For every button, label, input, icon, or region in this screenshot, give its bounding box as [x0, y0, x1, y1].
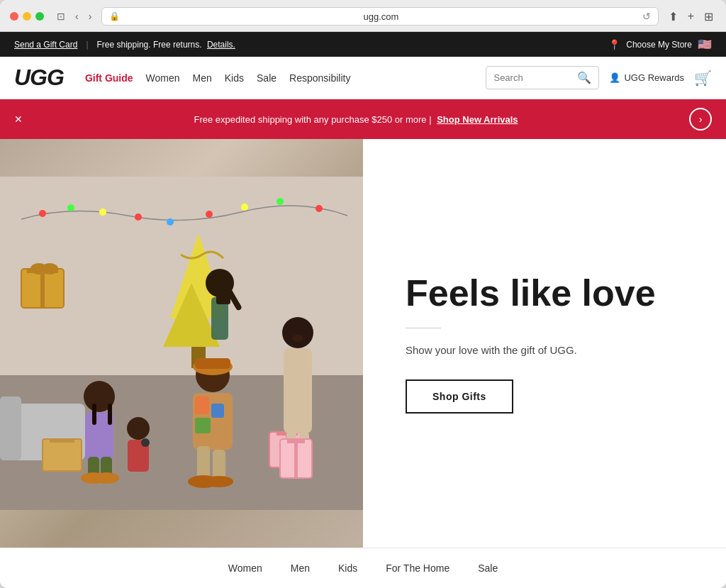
svg-rect-19 — [92, 404, 96, 425]
nav-kids[interactable]: Kids — [225, 70, 244, 87]
footer-nav-for-the-home[interactable]: For The Home — [386, 562, 449, 574]
footer-nav-sale[interactable]: Sale — [478, 562, 498, 574]
svg-point-24 — [94, 472, 119, 484]
svg-point-44 — [39, 210, 46, 217]
main-navigation: UGG Gift Guide Women Men Kids Sale Respo… — [0, 57, 726, 99]
svg-point-40 — [292, 335, 303, 342]
svg-point-36 — [282, 317, 313, 348]
shop-gifts-button[interactable]: Shop Gifts — [406, 379, 513, 414]
top-bar-left: Send a Gift Card | Free shipping. Free r… — [14, 40, 235, 50]
promo-close-button[interactable]: ✕ — [14, 113, 23, 125]
svg-rect-37 — [284, 348, 312, 433]
location-pin-icon: 📍 — [608, 39, 620, 50]
browser-actions: ⬆ + ⊞ — [666, 9, 716, 25]
svg-point-51 — [277, 198, 284, 205]
svg-point-46 — [99, 209, 106, 216]
traffic-lights — [10, 12, 44, 21]
svg-point-49 — [206, 211, 213, 218]
hero-title: Feels like love — [406, 273, 656, 314]
grid-button[interactable]: ⊞ — [701, 9, 716, 25]
promo-text: Free expedited shipping with any purchas… — [23, 114, 689, 125]
hero-scene-svg — [0, 139, 363, 548]
site-wrapper: Send a Gift Card | Free shipping. Free r… — [0, 32, 726, 588]
rewards-link[interactable]: 👤 UGG Rewards — [609, 72, 684, 83]
nav-men[interactable]: Men — [193, 70, 212, 87]
minimize-button[interactable] — [23, 12, 31, 21]
nav-responsibility[interactable]: Responsibility — [289, 70, 350, 87]
svg-point-52 — [315, 205, 323, 212]
nav-right: 🔍 👤 UGG Rewards 🛒 — [486, 66, 712, 89]
window-controls: ⊡ ‹ › — [54, 9, 94, 23]
svg-rect-11 — [43, 439, 82, 471]
footer-nav-men[interactable]: Men — [291, 562, 310, 574]
svg-rect-60 — [294, 439, 298, 478]
hero-divider — [406, 328, 441, 328]
cart-icon[interactable]: 🛒 — [694, 70, 712, 87]
svg-rect-29 — [195, 396, 209, 414]
footer-navigation: Women Men Kids For The Home Sale — [0, 548, 726, 588]
refresh-button[interactable]: ↺ — [642, 11, 651, 22]
maximize-button[interactable] — [35, 12, 44, 21]
new-tab-button[interactable]: + — [685, 9, 697, 24]
svg-rect-20 — [108, 404, 112, 425]
svg-rect-15 — [216, 294, 230, 304]
browser-titlebar: ⊡ ‹ › 🔒 ugg.com ↺ ⬆ + ⊞ — [10, 7, 716, 26]
nav-back-button[interactable]: ‹ — [72, 9, 82, 23]
svg-rect-30 — [211, 404, 224, 418]
footer-nav-women[interactable]: Women — [228, 562, 262, 574]
search-icon[interactable]: 🔍 — [577, 71, 591, 84]
address-bar-row: 🔒 ugg.com ↺ — [101, 7, 658, 26]
sidebar-toggle-button[interactable]: ⊡ — [54, 9, 68, 23]
svg-point-41 — [127, 417, 150, 440]
send-gift-link[interactable]: Send a Gift Card — [14, 40, 77, 50]
svg-point-50 — [241, 204, 248, 211]
svg-point-48 — [167, 218, 174, 226]
url-display: ugg.com — [124, 11, 637, 22]
close-button[interactable] — [10, 12, 18, 21]
browser-chrome: ⊡ ‹ › 🔒 ugg.com ↺ ⬆ + ⊞ — [0, 0, 726, 32]
search-input[interactable] — [493, 72, 573, 83]
hero-image-placeholder — [0, 139, 363, 548]
choose-store-link[interactable]: Choose My Store — [626, 40, 692, 50]
svg-point-35 — [205, 476, 233, 487]
browser-window: ⊡ ‹ › 🔒 ugg.com ↺ ⬆ + ⊞ Send a Gift — [0, 0, 726, 588]
share-button[interactable]: ⬆ — [666, 9, 681, 25]
svg-rect-55 — [40, 269, 45, 308]
svg-rect-12 — [50, 439, 74, 443]
promo-banner: ✕ Free expedited shipping with any purch… — [0, 99, 726, 139]
ugg-logo[interactable]: UGG — [14, 65, 64, 91]
nav-women[interactable]: Women — [146, 70, 180, 87]
details-link[interactable]: Details. — [207, 40, 235, 50]
shop-new-arrivals-link[interactable]: Shop New Arrivals — [437, 114, 518, 125]
top-bar-divider: | — [86, 40, 88, 50]
svg-rect-31 — [195, 418, 211, 433]
rewards-label: UGG Rewards — [624, 72, 684, 83]
svg-point-47 — [135, 213, 142, 221]
svg-point-57 — [41, 263, 58, 274]
hero-content: Feels like love Show your love with the … — [363, 139, 726, 548]
nav-links: Gift Guide Women Men Kids Sale Responsib… — [85, 70, 472, 87]
svg-rect-4 — [0, 396, 21, 460]
nav-gift-guide[interactable]: Gift Guide — [85, 70, 133, 87]
hero-section: Feels like love Show your love with the … — [0, 139, 726, 548]
top-bar-right: 📍 Choose My Store 🇺🇸 — [608, 38, 712, 51]
shipping-text: Free shipping. Free returns. Details. — [97, 40, 235, 50]
svg-point-43 — [141, 438, 150, 447]
promo-next-button[interactable]: › — [689, 108, 712, 131]
svg-rect-27 — [195, 358, 230, 369]
country-flag-icon[interactable]: 🇺🇸 — [698, 38, 712, 51]
address-bar[interactable]: 🔒 ugg.com ↺ — [101, 7, 658, 26]
svg-point-45 — [67, 204, 74, 211]
search-box[interactable]: 🔍 — [486, 66, 599, 89]
nav-sale[interactable]: Sale — [257, 70, 277, 87]
hero-subtitle: Show your love with the gift of UGG. — [406, 343, 577, 359]
lock-icon: 🔒 — [109, 11, 120, 21]
footer-nav-kids[interactable]: Kids — [338, 562, 357, 574]
hero-image — [0, 139, 363, 548]
nav-forward-button[interactable]: › — [86, 9, 95, 23]
top-announcement-bar: Send a Gift Card | Free shipping. Free r… — [0, 32, 726, 57]
user-icon: 👤 — [609, 72, 620, 83]
